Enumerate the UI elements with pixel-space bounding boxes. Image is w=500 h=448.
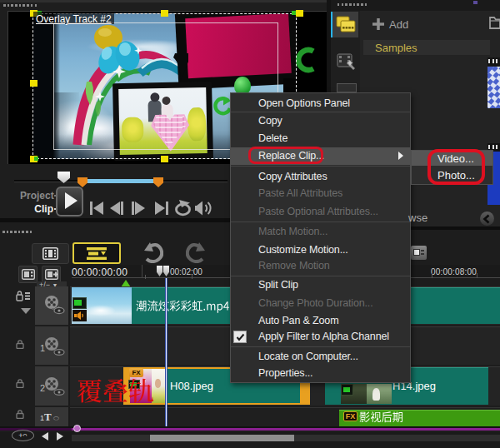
svg-text:1: 1 — [40, 343, 45, 353]
svg-text:2: 2 — [40, 383, 45, 393]
